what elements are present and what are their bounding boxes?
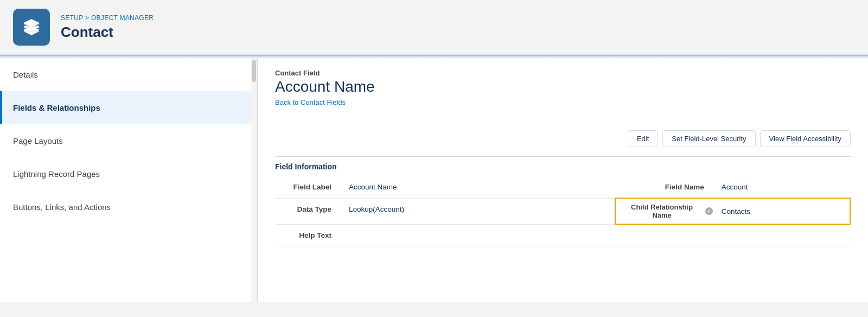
header-text: SETUP > OBJECT MANAGER Contact [61, 14, 154, 41]
page-title: Contact [61, 24, 154, 41]
view-field-accessibility-button[interactable]: View Field Accessibility [760, 130, 851, 147]
sidebar-item-details[interactable]: Details [0, 58, 251, 91]
table-row-data-type: Data Type Lookup(Account) Child Relation… [275, 198, 850, 224]
edit-button[interactable]: Edit [628, 130, 658, 147]
set-field-level-security-button[interactable]: Set Field-Level Security [662, 130, 755, 147]
svg-rect-1 [24, 26, 39, 28]
content-field-title: Account Name [275, 78, 851, 96]
sidebar-item-lightning-record-pages[interactable]: Lightning Record Pages [0, 157, 251, 191]
sidebar-items: Details Fields & Relationships Page Layo… [0, 58, 251, 224]
breadcrumb: SETUP > OBJECT MANAGER [61, 14, 154, 22]
main-layout: Details Fields & Relationships Page Layo… [0, 58, 868, 302]
breadcrumb-separator: > [85, 14, 91, 22]
sidebar-item-page-layouts[interactable]: Page Layouts [0, 124, 251, 157]
help-text-header: Help Text [275, 224, 340, 246]
sidebar: Details Fields & Relationships Page Layo… [0, 58, 258, 302]
sidebar-item-fields-relationships[interactable]: Fields & Relationships [0, 91, 251, 124]
app-icon [13, 9, 50, 46]
table-row-field-label: Field Label Account Name Field Name Acco… [275, 176, 850, 198]
help-text-value [340, 224, 615, 246]
back-link[interactable]: Back to Contact Fields [275, 98, 346, 106]
content-area: Contact Field Account Name Back to Conta… [258, 58, 868, 302]
scroll-thumb [252, 60, 256, 82]
svg-rect-2 [24, 29, 39, 31]
field-name-header: Field Name [615, 176, 713, 198]
field-label-value: Account Name [340, 176, 615, 198]
child-relationship-highlighted: Child Relationship Name i [622, 203, 713, 219]
data-type-value: Lookup(Account) [340, 198, 615, 224]
breadcrumb-manager[interactable]: OBJECT MANAGER [91, 14, 154, 22]
field-table: Field Label Account Name Field Name Acco… [275, 176, 851, 246]
info-icon[interactable]: i [705, 207, 713, 215]
field-label-header: Field Label [275, 176, 340, 198]
child-relationship-value: Contacts [713, 198, 850, 224]
data-type-header: Data Type [275, 198, 340, 224]
toolbar: Edit Set Field-Level Security View Field… [275, 130, 851, 147]
app-header: SETUP > OBJECT MANAGER Contact [0, 0, 868, 55]
child-relationship-label: Child Relationship Name [622, 203, 702, 219]
layers-icon [22, 17, 41, 37]
svg-rect-0 [24, 22, 39, 25]
section-title: Field Information [275, 156, 851, 176]
table-row-help-text: Help Text [275, 224, 850, 246]
scroll-indicator[interactable] [251, 58, 257, 302]
breadcrumb-setup[interactable]: SETUP [61, 14, 83, 22]
child-relationship-cell: Child Relationship Name i [615, 198, 713, 224]
sidebar-item-buttons-links-actions[interactable]: Buttons, Links, and Actions [0, 191, 251, 224]
field-name-value: Account [713, 176, 850, 198]
content-field-label: Contact Field [275, 69, 851, 77]
